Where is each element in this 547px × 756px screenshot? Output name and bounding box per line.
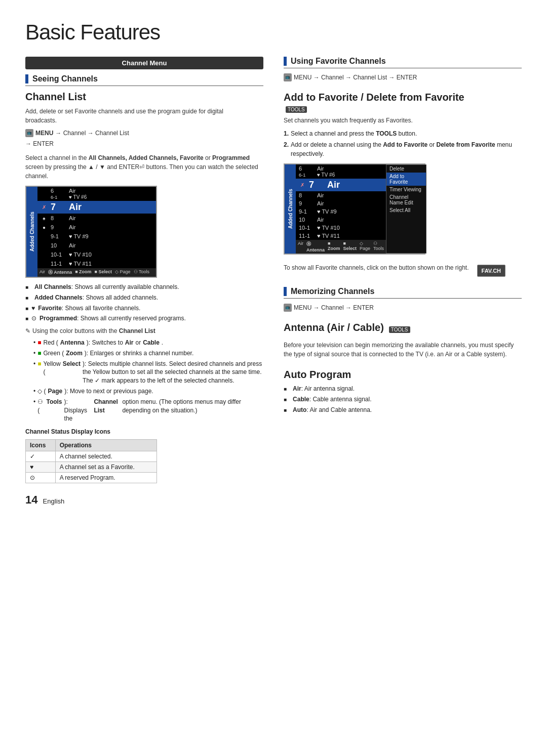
screen-mockup: Added Channels 66-1 Air♥ TV #6 ✗ 7 Air [25, 186, 157, 278]
menu-text: MENU [35, 130, 53, 137]
bullet-added-channels: Added Channels: Shows all added channels… [25, 293, 263, 302]
sub-bullet-red: ■ Red (Antenna): Switches to Air or Cabl… [33, 339, 263, 347]
fav-screen-wrapper: Added Channels 66-1 Air♥ TV #6 ✗ 7 Air 8 [284, 163, 522, 255]
fav-row-6: 10 Air [296, 216, 386, 224]
intro-text: Add, delete or set Favorite channels and… [25, 107, 253, 125]
color-btn-yellow: ■ [37, 360, 41, 368]
ch-name-large: Air [69, 202, 153, 213]
ch-num-6: 10-1 [51, 251, 66, 258]
bullet-text-prog: Programmed: Shows all currently reserved… [40, 314, 186, 323]
sub-bullet-page: ◇ (Page): Move to next or previous page. [33, 387, 263, 396]
right-column: Using Favorite Channels 📺 MENU → Channel… [284, 57, 522, 507]
bar-select: ■ Select [95, 269, 112, 276]
fav-ch-num-7: 10-1 [299, 225, 314, 231]
step-num-2: 2. [284, 140, 289, 158]
ctx-delete[interactable]: Delete [386, 165, 426, 173]
channel-list-title: Channel List [25, 91, 263, 103]
screen-row-highlighted: ✗ 7 Air [37, 201, 156, 214]
ch-icon-spade: ♠ [41, 215, 48, 222]
step-num-1: 1. [284, 129, 289, 138]
desc-checkmark: A channel selected. [55, 451, 157, 462]
antenna-intro: Before your television can begin memoriz… [284, 341, 522, 359]
seeing-channels-title: Seeing Channels [32, 74, 98, 83]
fav-screen: Added Channels 66-1 Air♥ TV #6 ✗ 7 Air 8 [284, 163, 425, 255]
add-favorite-section: Add to Favorite / Delete from Favorite T… [284, 92, 522, 277]
fav-ch-num-5: 9-1 [299, 208, 314, 215]
screen-row: 66-1 Air♥ TV #6 [37, 187, 156, 201]
ch-name-5: Air [69, 242, 153, 248]
desc-reserved: A reserved Program. [55, 473, 157, 483]
bullet-text-all: All Channels: Shows all currently availa… [34, 283, 179, 291]
add-fav-title-row: Add to Favorite / Delete from Favorite [284, 92, 522, 103]
fav-bar-zoom: ■ Zoom [328, 241, 340, 253]
menu-instruction-line2: → ENTER [25, 140, 253, 147]
channel-menu-bar: Channel Menu [25, 57, 263, 69]
bullet-cable-text: Cable: Cable antenna signal. [293, 395, 371, 404]
select-instruction: Select a channel in the All Channels, Ad… [25, 153, 263, 181]
page-language: English [43, 497, 65, 505]
add-favorite-title: Add to Favorite / Delete from Favorite [284, 92, 464, 103]
screen-row-4: 9-1 ♥ TV #9 [37, 232, 156, 241]
ch-name-4: ♥ TV #9 [69, 233, 153, 239]
channel-list-screen: Added Channels 66-1 Air♥ TV #6 ✗ 7 Air [25, 186, 177, 278]
ctx-select-all[interactable]: Select All [386, 206, 426, 214]
ch-num-5: 10 [51, 242, 66, 248]
memorizing-title: Memorizing Channels [291, 287, 374, 296]
bullet-all-channels: All Channels: Shows all currently availa… [25, 283, 263, 291]
table-row-checkmark: ✓ A channel selected. [26, 451, 157, 462]
sub-bullet-green: ■ Green (Zoom): Enlarges or shrinks a ch… [33, 349, 263, 358]
using-fav-menu-line: 📺 MENU → Channel → Channel List → ENTER [284, 73, 522, 81]
using-favorite-header: Using Favorite Channels [284, 57, 522, 68]
fav-ch-num-4: 9 [299, 200, 314, 206]
icon-heart: ♥ [26, 462, 56, 473]
page-number: 14 English [25, 493, 263, 507]
ch-icon-4 [41, 233, 48, 240]
memorizing-menu-text: MENU → Channel → ENTER [294, 304, 374, 311]
sub-bullet-yellow: ■ Yellow (Select): Selects multiple chan… [33, 360, 263, 385]
fav-ch-num-6: 10 [299, 217, 314, 223]
ch-num-2: 8 [51, 215, 66, 221]
remote-icon: 📺 [25, 129, 33, 137]
auto-program-bullets: Air: Air antenna signal. Cable: Cable an… [284, 385, 522, 414]
menu-instruction-line: 📺 MENU → Channel → Channel List [25, 129, 253, 137]
ctx-channel-name-edit[interactable]: Channel Name Edit [386, 193, 426, 206]
ch-icon [41, 190, 48, 197]
desc-heart: A channel set as a Favorite. [55, 462, 157, 473]
color-button-bullets: ■ Red (Antenna): Switches to Air or Cabl… [33, 339, 263, 423]
ch-icon-7 [41, 260, 48, 267]
step-2: 2. Add or delete a channel using the Add… [284, 140, 522, 158]
table-header-icons: Icons [26, 440, 56, 451]
fav-screen-label: Added Channels [285, 164, 296, 254]
table-row-reserved: ⊙ A reserved Program. [26, 473, 157, 483]
section-blue-bar [25, 74, 28, 83]
sub-bullet-tools: ⚇ (Tools): Displays the Channel List opt… [33, 398, 263, 423]
menu-arrow1: → Channel → Channel List [55, 130, 129, 137]
using-favorite-title: Using Favorite Channels [291, 57, 386, 66]
ch-icon-5 [41, 242, 48, 249]
ctx-timer-viewing[interactable]: Timer Viewing [386, 186, 426, 193]
fav-screen-bottom: Air ⓐ Antenna ■ Zoom ■ Select ◇ Page ⚇ T… [296, 240, 386, 254]
ch-num-3: 9 [51, 224, 66, 230]
fav-bar-tools: ⚇ Tools [373, 241, 384, 253]
fav-row-7: 10-1 ♥ TV #10 [296, 224, 386, 232]
add-fav-intro: Set channels you watch frequently as Fav… [284, 116, 522, 125]
screen-bottom-bar: Air ⓐ Antenna ■ Zoom ■ Select ◇ Page ⚇ T… [37, 268, 156, 277]
ch-name: Air♥ TV #6 [69, 188, 153, 200]
ch-num-7: 11-1 [51, 261, 66, 267]
page-num-value: 14 [25, 493, 37, 506]
fav-ch-button[interactable]: FAV.CH [477, 265, 506, 277]
bullet-air-text: Air: Air antenna signal. [293, 385, 355, 393]
screen-rows: 66-1 Air♥ TV #6 ✗ 7 Air ♠ 8 Air [37, 187, 156, 268]
seeing-channels-header: Seeing Channels [25, 74, 263, 86]
bullet-cable: Cable: Cable antenna signal. [284, 395, 522, 404]
icon-reserved: ⊙ [26, 473, 56, 483]
fav-row-4: 9 Air [296, 199, 386, 207]
ctx-add-to-favorite[interactable]: Add to Favorite [386, 173, 426, 186]
using-favorite-section: Using Favorite Channels 📺 MENU → Channel… [284, 57, 522, 81]
ch-num-large: 7 [51, 202, 66, 213]
channel-status-heading: Channel Status Display Icons [25, 428, 263, 435]
fav-ch-name-large: Air [327, 180, 383, 190]
fav-ch-name-3: Air [317, 192, 383, 198]
icon-checkmark: ✓ [26, 451, 56, 462]
memorizing-blue-bar [284, 287, 287, 296]
